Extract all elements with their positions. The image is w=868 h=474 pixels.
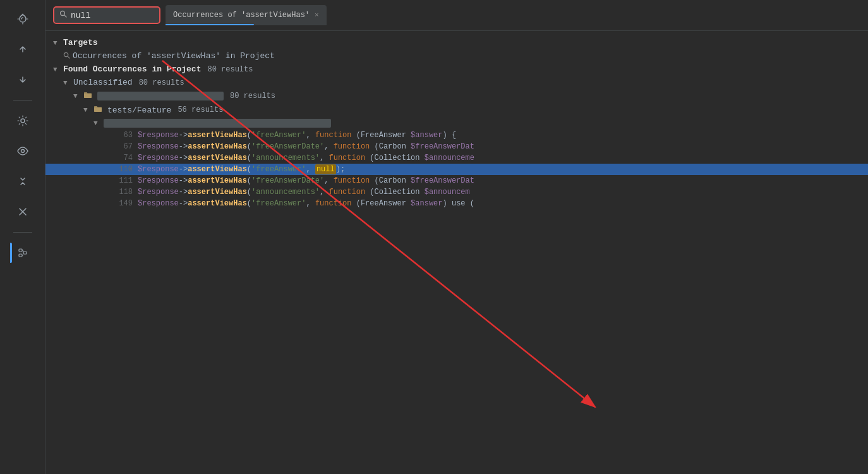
eye-icon[interactable] — [10, 138, 35, 164]
svg-point-0 — [21, 119, 25, 123]
line-num-67: 67 — [114, 142, 133, 151]
close-all-icon[interactable] — [10, 199, 35, 224]
found-label: Found Occurrences in Project — [63, 64, 201, 74]
tests-feature-label: tests/Feature — [107, 106, 171, 115]
sidebar — [0, 0, 45, 474]
null-highlight: null — [315, 164, 336, 174]
toolbar-row: Occurrences of 'assertViewHas' × — [45, 0, 868, 31]
results-panel: ▼ Targets Occurrences of 'assertViewHas'… — [45, 31, 868, 214]
svg-point-5 — [61, 11, 65, 16]
code-result-111[interactable]: 111 $response->assertViewHas('freeAnswer… — [45, 175, 868, 186]
targets-section[interactable]: ▼ Targets — [45, 36, 868, 49]
code-110: $response->assertViewHas('freeAnswer', n… — [138, 165, 345, 174]
code-111: $response->assertViewHas('freeAnswerDate… — [138, 176, 474, 185]
divider-1 — [13, 100, 32, 100]
code-118: $response->assertViewHas('announcements'… — [138, 188, 470, 197]
divider-2 — [13, 232, 32, 233]
unclassified-section[interactable]: ▼ Unclassified 80 results — [45, 76, 868, 89]
line-num-110: 110 — [114, 165, 133, 174]
tests-feature-count: 56 results — [178, 106, 223, 114]
code-result-149[interactable]: 149 $response->assertViewHas('freeAnswer… — [45, 198, 868, 209]
occurrences-search-label: Occurrences of 'assertViewHas' in Projec… — [73, 51, 275, 61]
code-74: $response->assertViewHas('announcements'… — [138, 154, 474, 162]
code-result-63[interactable]: 63 $response->assertViewHas('freeAnswer'… — [45, 130, 868, 141]
unclassified-label: Unclassified — [73, 78, 133, 87]
folder-icon-2 — [93, 105, 102, 115]
code-67: $response->assertViewHas('freeAnswerDate… — [138, 142, 474, 151]
svg-rect-2 — [19, 249, 22, 252]
folder1-count: 80 results — [230, 92, 275, 100]
line-num-149: 149 — [114, 199, 133, 208]
line-num-111: 111 — [114, 176, 133, 185]
svg-rect-4 — [23, 252, 27, 254]
subfolder-item[interactable]: ▼ — [45, 117, 868, 130]
svg-rect-3 — [19, 254, 22, 257]
svg-point-6 — [64, 52, 68, 56]
folder1-item[interactable]: ▼ 80 results — [45, 89, 868, 103]
structure-icon[interactable] — [10, 240, 35, 265]
found-count: 80 results — [207, 65, 253, 74]
code-result-110[interactable]: 110 $response->assertViewHas('freeAnswer… — [45, 164, 868, 175]
expand-icon[interactable] — [10, 169, 35, 194]
subfolder-chevron: ▼ — [93, 119, 101, 127]
main-panel: Occurrences of 'assertViewHas' × ▼ Targe… — [45, 0, 868, 474]
tab-label: Occurrences of 'assertViewHas' — [173, 11, 310, 20]
code-result-67[interactable]: 67 $response->assertViewHas('freeAnswerD… — [45, 141, 868, 152]
line-num-118: 118 — [114, 188, 133, 197]
line-num-63: 63 — [114, 131, 133, 140]
arrow-down-icon[interactable] — [10, 67, 35, 92]
occurrences-search-item[interactable]: Occurrences of 'assertViewHas' in Projec… — [45, 49, 868, 63]
tab-area: Occurrences of 'assertViewHas' × — [166, 5, 860, 25]
unclassified-chevron: ▼ — [63, 79, 71, 87]
search-input[interactable] — [71, 11, 134, 20]
occurrences-tab[interactable]: Occurrences of 'assertViewHas' × — [166, 5, 327, 25]
line-num-74: 74 — [114, 154, 133, 162]
panel-wrapper: ▼ Targets Occurrences of 'assertViewHas'… — [45, 31, 868, 474]
search-icon — [59, 10, 67, 20]
folder1-chevron: ▼ — [73, 92, 81, 100]
tests-feature-section[interactable]: ▼ tests/Feature 56 results — [45, 103, 868, 117]
code-63: $response->assertViewHas('freeAnswer', f… — [138, 131, 456, 140]
svg-point-1 — [21, 150, 24, 153]
subfolder-name — [104, 119, 331, 128]
targets-chevron: ▼ — [53, 39, 61, 47]
progress-bar — [166, 24, 254, 25]
targets-label: Targets — [63, 38, 98, 47]
code-result-118[interactable]: 118 $response->assertViewHas('announceme… — [45, 186, 868, 198]
arrow-up-icon[interactable] — [10, 37, 35, 62]
svg-rect-7 — [84, 94, 92, 98]
settings-icon[interactable] — [10, 108, 35, 133]
folder-icon — [83, 91, 92, 101]
code-result-74[interactable]: 74 $response->assertViewHas('announcemen… — [45, 152, 868, 164]
tab-close-button[interactable]: × — [315, 11, 319, 19]
unclassified-count: 80 results — [139, 78, 184, 87]
svg-rect-8 — [94, 107, 102, 112]
tests-feature-chevron: ▼ — [83, 106, 91, 114]
found-chevron: ▼ — [53, 66, 61, 73]
search-box[interactable] — [53, 6, 160, 24]
find-usages-icon[interactable] — [10, 6, 35, 32]
code-149: $response->assertViewHas('freeAnswer', f… — [138, 199, 474, 208]
found-occurrences-section[interactable]: ▼ Found Occurrences in Project 80 result… — [45, 63, 868, 76]
folder1-name — [97, 92, 224, 100]
search-target-icon — [63, 52, 70, 61]
